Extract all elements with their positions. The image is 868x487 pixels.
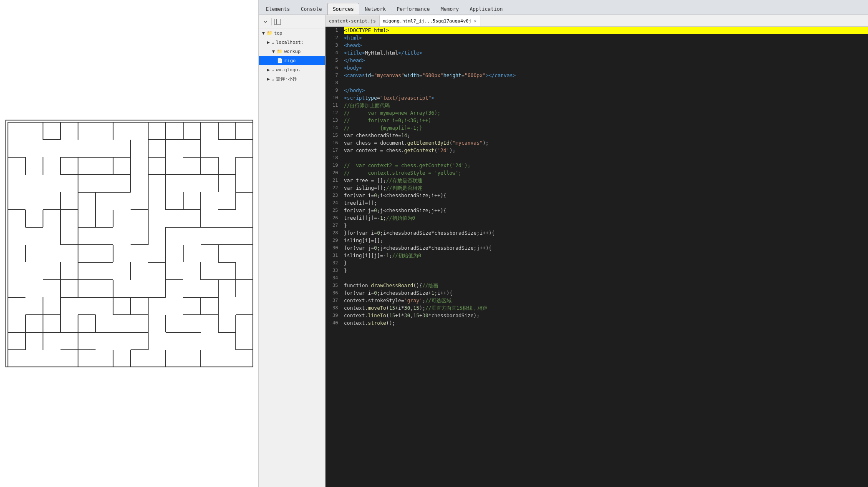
canvas-panel	[0, 0, 259, 487]
tab-memory[interactable]: Memory	[435, 3, 464, 15]
tree-item-yiban[interactable]: ▶ ☁ 壹伴·小扑	[259, 74, 325, 83]
line-num-31: 31	[326, 252, 338, 259]
tab-performance[interactable]: Performance	[391, 3, 435, 15]
file-tab-content-script[interactable]: content-script.js	[326, 15, 380, 26]
code-line-11: //自行添加上面代码	[344, 102, 868, 109]
code-line-23: for(var i=0;i<chessboradSize;i++){	[344, 192, 868, 199]
tree-label-localhost: localhost:	[276, 40, 303, 45]
tab-application[interactable]: Application	[464, 3, 508, 15]
code-content: <!DOCTYPE html><html><head> <title>MyHtm…	[341, 27, 868, 487]
code-line-10: <script type="text/javascript">	[344, 94, 868, 102]
line-num-9: 9	[326, 87, 338, 94]
tree-item-wxqlogo[interactable]: ▶ ☁ wx.qlogo.	[259, 65, 325, 74]
code-line-19: // var context2 = chess.getContext('2d')…	[344, 162, 868, 169]
code-line-26: tree[i][j]=-1;//初始值为0	[344, 214, 868, 222]
line-num-2: 2	[326, 34, 338, 42]
tree-item-top[interactable]: ▼ 📁 top	[259, 28, 325, 38]
tree-label-workup: workup	[284, 49, 301, 54]
svg-rect-0	[274, 19, 276, 25]
code-line-13: // for(var i=0;i<36;i++)	[344, 117, 868, 124]
toolbar-separator	[271, 18, 272, 25]
line-num-22: 22	[326, 184, 338, 192]
arrow-right-icon-2: ▶	[267, 67, 270, 73]
file-tab-migong[interactable]: migong.html?_ij...5sgq17auqu4v0j ✕	[380, 15, 481, 26]
editor-area[interactable]: 1234567891011121314151617181920212223242…	[326, 27, 868, 487]
code-line-6: <body>	[344, 64, 868, 72]
devtools-tabs: Elements Console Sources Network Perform…	[259, 0, 868, 15]
code-line-35: function drawChessBoard(){//绘画	[344, 282, 868, 289]
code-line-29: isling[i]=[];	[344, 237, 868, 244]
line-num-25: 25	[326, 207, 338, 214]
cloud-icon-2: ☁	[272, 67, 275, 73]
left-toolbar	[259, 15, 325, 28]
line-num-26: 26	[326, 214, 338, 222]
line-num-6: 6	[326, 64, 338, 72]
cloud-icon-1: ☁	[272, 40, 275, 45]
line-num-39: 39	[326, 312, 338, 319]
line-num-35: 35	[326, 282, 338, 289]
code-line-31: isling[i][j]=-1;//初始值为0	[344, 252, 868, 259]
arrow-down-icon: ▼	[262, 30, 265, 36]
code-line-40: context.stroke();	[344, 319, 868, 327]
line-num-23: 23	[326, 192, 338, 199]
line-num-24: 24	[326, 199, 338, 207]
file-tab-label-1: content-script.js	[329, 18, 376, 24]
line-num-20: 20	[326, 169, 338, 177]
tab-elements[interactable]: Elements	[260, 3, 295, 15]
arrow-right-icon: ▶	[267, 40, 270, 45]
line-num-28: 28	[326, 229, 338, 237]
svg-rect-1	[276, 19, 281, 25]
line-num-16: 16	[326, 139, 338, 147]
code-line-33: }	[344, 267, 868, 274]
line-num-15: 15	[326, 132, 338, 139]
sidebar-toggle-icon[interactable]	[273, 18, 282, 26]
code-line-27: }	[344, 222, 868, 229]
line-num-27: 27	[326, 222, 338, 229]
tab-console[interactable]: Console	[295, 3, 328, 15]
code-line-20: // context.strokeStyle = 'yellow';	[344, 169, 868, 177]
file-tabs: content-script.js migong.html?_ij...5sgq…	[326, 15, 868, 27]
line-num-11: 11	[326, 102, 338, 109]
line-num-7: 7	[326, 72, 338, 79]
line-num-32: 32	[326, 259, 338, 267]
line-num-33: 33	[326, 267, 338, 274]
line-num-4: 4	[326, 49, 338, 57]
code-line-21: var tree = [];//存放是否联通	[344, 177, 868, 184]
code-line-24: tree[i]=[];	[344, 199, 868, 207]
line-num-21: 21	[326, 177, 338, 184]
file-icon-migo: 📄	[277, 58, 283, 63]
file-tab-label-2: migong.html?_ij...5sgq17auqu4v0j	[383, 18, 472, 24]
tree-item-localhost[interactable]: ▶ ☁ localhost:	[259, 38, 325, 47]
left-panel: ▼ 📁 top ▶ ☁ localhost: ▼ 📁 workup	[259, 15, 326, 487]
code-line-30: for(var j=0;j<chessboradSize*chessboradS…	[344, 244, 868, 252]
right-panel: content-script.js migong.html?_ij...5sgq…	[326, 15, 868, 487]
code-line-22: var isling=[];//判断是否相连	[344, 184, 868, 192]
line-num-38: 38	[326, 304, 338, 312]
tab-network[interactable]: Network	[359, 3, 391, 15]
line-num-29: 29	[326, 237, 338, 244]
code-line-39: context.lineTo(15+i*30,15+30*chessboradS…	[344, 312, 868, 319]
file-tree: ▼ 📁 top ▶ ☁ localhost: ▼ 📁 workup	[259, 28, 326, 83]
code-line-7: <canvas id="mycanvas" width="600px" heig…	[344, 72, 868, 79]
arrow-right-icon-3: ▶	[267, 76, 270, 82]
line-num-18: 18	[326, 154, 338, 162]
tree-label-migo: migo	[285, 58, 296, 63]
code-line-3: <head>	[344, 42, 868, 49]
tree-item-migo[interactable]: 📄 migo	[259, 56, 325, 65]
maze-canvas	[5, 120, 253, 367]
line-num-14: 14	[326, 124, 338, 132]
code-line-15: var chessboradSize=14;	[344, 132, 868, 139]
tab-sources[interactable]: Sources	[327, 3, 359, 15]
tree-item-workup[interactable]: ▼ 📁 workup	[259, 47, 325, 56]
code-line-14: // {mymap[i]=-1;}	[344, 124, 868, 132]
code-line-4: <title>MyHtml.html</title>	[344, 49, 868, 57]
line-num-40: 40	[326, 319, 338, 327]
line-num-12: 12	[326, 109, 338, 117]
tree-label-top: top	[274, 30, 283, 36]
code-line-8	[344, 79, 868, 87]
line-num-3: 3	[326, 42, 338, 49]
close-tab-icon[interactable]: ✕	[474, 18, 477, 24]
arrow-down-icon-2: ▼	[272, 49, 275, 54]
line-numbers: 1234567891011121314151617181920212223242…	[326, 27, 341, 487]
expand-icon[interactable]	[261, 18, 270, 26]
